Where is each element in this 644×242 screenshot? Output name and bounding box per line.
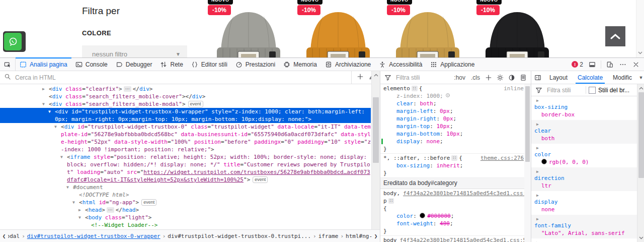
browser-styles-checkbox[interactable] <box>589 87 596 94</box>
expand-arrow-icon[interactable]: ▶ <box>42 85 49 93</box>
collapsed-children-badge[interactable]: ⋯ <box>124 86 131 92</box>
scrollbar-thumb[interactable] <box>525 86 530 162</box>
more-options-button[interactable] <box>617 58 629 71</box>
responsive-mode-button[interactable] <box>604 58 616 71</box>
devtools-tab-network[interactable]: Rete <box>156 58 187 71</box>
event-badge[interactable]: event <box>188 101 203 107</box>
collapse-arrow-icon[interactable]: ▼ <box>66 184 73 191</box>
computed-property-row[interactable]: ▶ box-sizing border-box <box>531 96 644 120</box>
tree-scrollbar[interactable] <box>371 71 380 242</box>
expand-arrow-icon[interactable]: ▶ <box>531 215 644 222</box>
scrollbar-up-icon[interactable] <box>637 85 644 92</box>
css-declaration[interactable]: margin-top: 10px; <box>383 123 524 130</box>
breadcrumb-item[interactable]: iframe <box>316 233 341 239</box>
breadcrumb-forward-icon[interactable]: ❯ <box>372 230 380 242</box>
scrollbar-thumb[interactable] <box>373 97 379 163</box>
css-declaration[interactable]: margin-right: 0px; <box>383 115 524 123</box>
collapse-arrow-icon[interactable]: ▼ <box>54 123 61 131</box>
class-button[interactable]: .cls <box>469 74 481 81</box>
dom-tree-node[interactable]: ▼<html id="ng-app">event <box>0 199 371 206</box>
close-devtools-button[interactable] <box>630 58 642 71</box>
expand-arrow-icon[interactable]: ▶ <box>531 192 644 198</box>
rule-selector[interactable]: p ∷ <box>383 197 524 205</box>
devtools-tab-application[interactable]: Applicazione <box>426 58 478 71</box>
rule-selector[interactable]: *, ::after, ::before ∷ {theme.css:276 <box>383 154 524 162</box>
devtools-tab-storage[interactable]: Archiviazione <box>321 58 375 71</box>
dom-tree-node[interactable]: <!DOCTYPE html> <box>0 191 371 199</box>
print-media-icon[interactable] <box>519 74 528 81</box>
dom-tree-node[interactable]: ▼<body class="light"> <box>0 214 371 221</box>
devtools-tab-accessibility[interactable]: Accessibilità <box>375 58 426 71</box>
collapsed-children-badge[interactable]: ∷ <box>451 155 457 161</box>
search-input[interactable] <box>14 74 348 82</box>
sidebar-tab-modific[interactable]: Modific <box>608 71 637 84</box>
error-count-button[interactable]: ! 2 <box>570 61 585 68</box>
collapse-arrow-icon[interactable]: ▼ <box>72 199 79 206</box>
collapse-arrow-icon[interactable]: ▼ <box>48 108 55 115</box>
stylesheet-link[interactable]: f4f34a22e3801be714815a0ed54c3ed1.css:5 <box>400 236 527 242</box>
css-declaration[interactable]: display: none; <box>383 138 524 145</box>
scrollbar-thumb[interactable] <box>638 92 644 178</box>
product-card[interactable]: NUOVO -10% <box>293 0 383 58</box>
light-theme-icon[interactable] <box>496 74 505 81</box>
expand-arrow-icon[interactable]: ▶ <box>78 206 85 214</box>
product-card[interactable]: NUOVO -10% <box>204 0 293 58</box>
computed-property-row[interactable]: ▶ color rgb(0, 0, 0) <box>531 144 644 167</box>
dom-tree-node[interactable]: ▼<iframe style="position: relative; heig… <box>0 153 371 184</box>
info-icon[interactable] <box>445 92 450 100</box>
expand-arrow-icon[interactable]: ▶ <box>531 97 644 103</box>
split-console-button[interactable] <box>586 58 598 71</box>
computed-property-row[interactable]: ▶ display none <box>531 191 644 215</box>
rules-scrollbar[interactable] <box>524 84 531 242</box>
rules-filter-input[interactable] <box>395 74 450 82</box>
dom-tree-node[interactable]: <!--Widget Loader--> <box>0 221 371 229</box>
dom-tree-node[interactable]: ▼<div class="search_filters_mobile-modal… <box>0 100 371 108</box>
sidebar-toggle-icon[interactable] <box>531 71 544 84</box>
event-badge[interactable]: event <box>141 199 156 206</box>
css-declaration[interactable]: margin-bottom: 10px; <box>383 130 524 138</box>
collapse-arrow-icon[interactable]: ▼ <box>42 100 49 108</box>
computed-property-row[interactable]: ▶ <box>531 238 644 242</box>
scroll-to-top-button[interactable] <box>605 26 625 46</box>
scrollbar-up-icon[interactable] <box>372 72 380 79</box>
stylesheet-link[interactable]: f4f34a22e3801be714815a0ed54c3ed1.css:12 <box>403 190 531 197</box>
css-declaration[interactable]: clear: both; <box>383 100 524 107</box>
dom-tree-node[interactable]: <div class="search_filters_mobile-cover"… <box>0 93 371 100</box>
color-filter-dropdown[interactable]: nessun filtro ▼ <box>82 45 187 58</box>
scrollbar-down-icon[interactable] <box>637 234 644 241</box>
computed-property-row[interactable]: ▶ clear both <box>531 120 644 144</box>
css-declaration[interactable]: z-index: 1000; <box>383 92 524 100</box>
dom-tree-node[interactable]: ▶<head>⋯</head> <box>0 206 371 214</box>
dark-theme-icon[interactable] <box>507 74 516 81</box>
dom-tree-node[interactable]: ▶<div class="clearfix">⋯</div> <box>0 85 371 93</box>
collapsed-children-badge[interactable]: ⋯ <box>107 207 114 213</box>
whatsapp-widget[interactable] <box>3 31 26 52</box>
sidebar-tab-calcolate[interactable]: Calcolate <box>573 71 608 84</box>
rule-selector[interactable]: elemento ∷ {inline <box>383 85 524 92</box>
event-badge[interactable]: event <box>253 176 268 183</box>
computed-property-row[interactable]: ▶ direction ltr <box>531 167 644 191</box>
pseudo-class-button[interactable]: :hov <box>452 74 467 81</box>
expand-arrow-icon[interactable]: ▶ <box>531 168 644 174</box>
devtools-tab-memory[interactable]: Memoria <box>279 58 321 71</box>
computed-filter-input[interactable] <box>546 86 583 94</box>
css-declaration[interactable]: font-weight: 400; <box>383 220 524 227</box>
computed-property-row[interactable]: ▶ font-family "Lato", Arial, sans-serif <box>531 215 644 238</box>
product-card[interactable]: NUOVO -10% <box>472 0 562 58</box>
collapse-arrow-icon[interactable]: ▼ <box>78 214 85 221</box>
dom-tree-node[interactable]: ▼<div id="trustpilot-widget-trustbox-0-w… <box>0 108 371 123</box>
expand-arrow-icon[interactable]: ▶ <box>531 144 644 151</box>
css-declaration[interactable]: color: #000000; <box>383 212 524 220</box>
stylesheet-link[interactable]: theme.css:276 <box>480 154 524 162</box>
devtools-tab-debugger[interactable]: Debugger <box>112 58 156 71</box>
tabs-dropdown-icon[interactable]: ▼ <box>637 71 644 84</box>
devtools-tab-performance[interactable]: Prestazioni <box>231 58 279 71</box>
breadcrumb-item[interactable]: div#trustpilot-widget-trustbox-0-wrapper <box>25 233 163 239</box>
sidebar-tab-layout[interactable]: Layout <box>544 71 573 84</box>
dom-tree-node[interactable]: ▼<div id="trustpilot-widget-trustbox-0" … <box>0 123 371 153</box>
breadcrumb-back-icon[interactable]: ❮ <box>0 230 8 242</box>
add-rule-button[interactable] <box>484 74 493 81</box>
computed-scrollbar[interactable] <box>637 84 644 242</box>
collapse-arrow-icon[interactable]: ▼ <box>60 153 67 161</box>
collapsed-children-badge[interactable]: ∷ <box>412 86 418 91</box>
